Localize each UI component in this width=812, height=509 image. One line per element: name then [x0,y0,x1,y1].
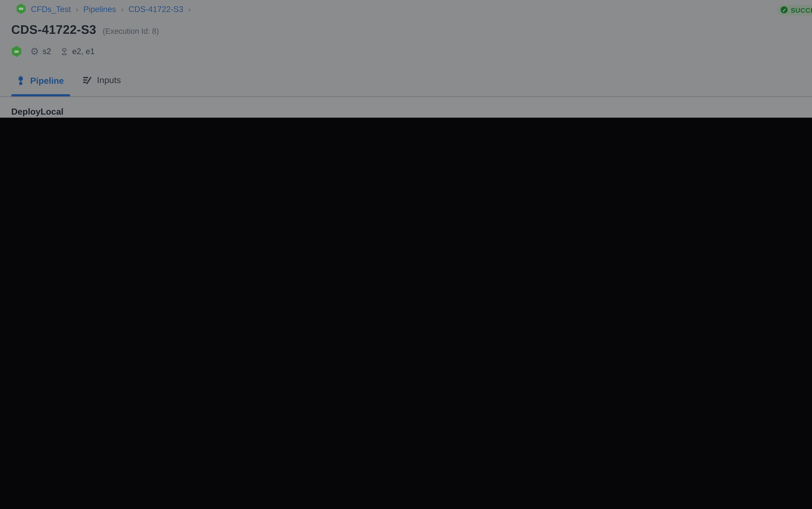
tab-pipeline[interactable]: Pipeline [16,75,64,86]
pipeline-logo-icon: ∞ [11,46,22,57]
environment-icon [60,47,69,56]
chevron-right-icon: › [188,5,191,13]
inputs-icon [82,75,92,85]
breadcrumb-pipeline-name[interactable]: CDS-41722-S3 [128,5,183,13]
breadcrumb-pipelines[interactable]: Pipelines [83,5,116,13]
app-window: ∞ CFDs_Test › Pipelines › CDS-41722-S3 ›… [0,0,812,118]
project-logo-icon: ∞ [16,4,26,14]
execution-topbar: ✓ SUCCESS Start time 15/09/2022 16:09:26… [777,2,812,18]
check-icon: ✓ [781,6,788,13]
pipeline-icon [16,75,25,86]
breadcrumb: ∞ CFDs_Test › Pipelines › CDS-41722-S3 › [16,4,191,14]
chevron-right-icon: › [76,5,78,13]
page-title: CDS-41722-S3 [11,23,96,37]
stage-name: DeployLocal [11,107,64,117]
breadcrumb-project[interactable]: CFDs_Test [31,5,71,13]
environments-tag: e2, e1 [60,47,95,56]
tab-bar: Pipeline Inputs Console View [0,71,812,97]
execution-id: (Execution Id: 8) [103,27,159,35]
status-badge: ✓ SUCCESS [777,5,812,15]
service-tag: ⚙ s2 [30,46,51,57]
chevron-right-icon: › [121,5,123,13]
gear-icon: ⚙ [30,46,39,57]
active-tab-indicator [11,94,70,96]
stage-info-bar: DeployLocal Started at: 15/09/2022, 16:0… [0,97,812,118]
tab-inputs[interactable]: Inputs [82,75,121,85]
